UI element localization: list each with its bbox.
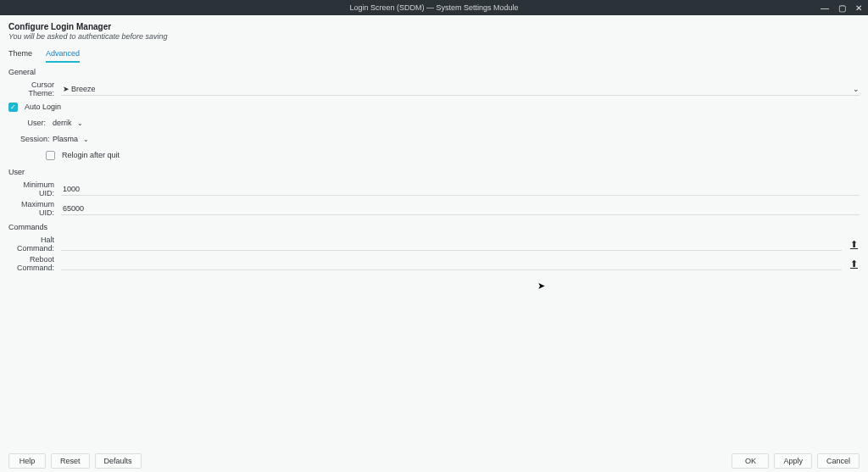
halt-command-row: Halt Command: ⬆ bbox=[8, 236, 860, 253]
ok-button[interactable]: OK bbox=[732, 453, 769, 469]
session-value: Plasma bbox=[53, 135, 78, 143]
chevron-down-icon: ⌄ bbox=[853, 85, 860, 93]
defaults-button[interactable]: Defaults bbox=[95, 453, 142, 469]
page-subtitle: You will be asked to authenticate before… bbox=[8, 32, 860, 41]
session-row: Session: Plasma ⌄ bbox=[8, 132, 860, 146]
maximize-icon[interactable]: ▢ bbox=[836, 3, 848, 13]
relogin-label: Relogin after quit bbox=[62, 151, 120, 159]
section-commands-label: Commands bbox=[8, 223, 860, 231]
cursor-theme-label: Cursor Theme: bbox=[8, 81, 54, 97]
help-button[interactable]: Help bbox=[8, 453, 46, 469]
tab-bar: Theme Advanced bbox=[0, 44, 868, 63]
chevron-down-icon: ⌄ bbox=[77, 119, 83, 127]
user-value: derrik bbox=[53, 119, 72, 127]
footer-bar: Help Reset Defaults OK Apply Cancel bbox=[0, 450, 868, 472]
section-user-label: User bbox=[8, 168, 860, 176]
session-combo[interactable]: Plasma ⌄ bbox=[53, 135, 92, 143]
cursor-theme-row: Cursor Theme: ➤ Breeze ⌄ bbox=[8, 81, 860, 97]
browse-file-icon[interactable]: ⬆ bbox=[849, 239, 860, 250]
tab-advanced[interactable]: Advanced bbox=[46, 49, 80, 63]
cursor-theme-value: Breeze bbox=[71, 85, 96, 93]
auto-login-row: ✓ Auto Login bbox=[8, 100, 860, 114]
page-header: Configure Login Manager You will be aske… bbox=[0, 15, 868, 44]
session-label: Session: bbox=[17, 135, 46, 143]
max-uid-label: Maximum UID: bbox=[8, 200, 54, 217]
auto-login-label: Auto Login bbox=[25, 103, 61, 111]
cursor-theme-combo[interactable]: ➤ Breeze ⌄ bbox=[61, 83, 860, 96]
chevron-down-icon: ⌄ bbox=[83, 136, 89, 143]
relogin-checkbox[interactable] bbox=[46, 151, 55, 160]
tab-theme[interactable]: Theme bbox=[8, 49, 32, 63]
content-area: General Cursor Theme: ➤ Breeze ⌄ ✓ Auto … bbox=[0, 63, 868, 279]
page-title: Configure Login Manager bbox=[8, 22, 860, 31]
apply-button[interactable]: Apply bbox=[774, 453, 812, 469]
halt-command-input[interactable] bbox=[61, 238, 842, 251]
cursor-arrow-icon: ➤ bbox=[63, 85, 70, 93]
min-uid-label: Minimum UID: bbox=[8, 180, 54, 197]
mouse-cursor-icon: ➤ bbox=[537, 280, 545, 292]
halt-command-label: Halt Command: bbox=[8, 236, 54, 253]
auto-login-checkbox[interactable]: ✓ bbox=[8, 103, 18, 112]
reboot-command-label: Reboot Command: bbox=[8, 255, 54, 272]
window-titlebar: Login Screen (SDDM) — System Settings Mo… bbox=[0, 0, 868, 15]
cancel-button[interactable]: Cancel bbox=[817, 453, 860, 469]
user-combo[interactable]: derrik ⌄ bbox=[53, 119, 92, 127]
min-uid-input[interactable]: 1000 bbox=[61, 183, 860, 196]
section-general-label: General bbox=[8, 68, 860, 76]
user-label: User: bbox=[17, 119, 46, 127]
reboot-command-row: Reboot Command: ⬆ bbox=[8, 255, 860, 272]
max-uid-row: Maximum UID: 65000 bbox=[8, 200, 860, 217]
min-uid-row: Minimum UID: 1000 bbox=[8, 180, 860, 197]
relogin-row: Relogin after quit bbox=[8, 148, 860, 162]
user-row: User: derrik ⌄ bbox=[8, 116, 860, 130]
window-title: Login Screen (SDDM) — System Settings Mo… bbox=[349, 3, 518, 12]
window-controls: — ▢ ✕ bbox=[819, 0, 865, 15]
minimize-icon[interactable]: — bbox=[819, 3, 831, 13]
reset-button[interactable]: Reset bbox=[51, 453, 90, 469]
max-uid-input[interactable]: 65000 bbox=[61, 203, 860, 215]
close-icon[interactable]: ✕ bbox=[853, 3, 865, 13]
browse-file-icon[interactable]: ⬆ bbox=[849, 258, 860, 269]
reboot-command-input[interactable] bbox=[61, 258, 842, 270]
